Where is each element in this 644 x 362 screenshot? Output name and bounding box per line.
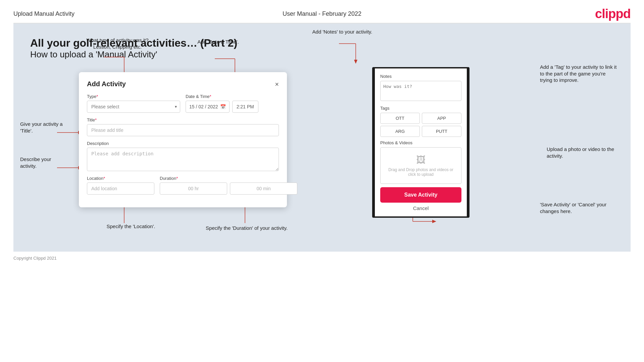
duration-hr-input[interactable] [160, 183, 227, 195]
main-content: All your golf-relevant activities… (Part… [13, 23, 631, 252]
annotation-notes: Add 'Notes' to your activity. [309, 29, 376, 35]
photo-upload-text: Drag and Drop photos and videos or click… [384, 167, 458, 177]
annotation-datetime: Add 'Date & Time'. [191, 39, 245, 45]
save-activity-button[interactable]: Save Activity [380, 187, 461, 203]
duration-min-input[interactable] [230, 183, 297, 195]
title-group: Title* [87, 117, 279, 136]
title-label: Title* [87, 117, 279, 122]
type-select-wrapper: Please select ▾ [87, 101, 180, 113]
annotation-location: Specify the 'Location'. [97, 223, 164, 230]
location-group: Location* [87, 176, 154, 195]
svg-marker-16 [354, 60, 357, 64]
annotation-duration: Specify the 'Duration' of your activity. [205, 225, 289, 231]
tag-ott[interactable]: OTT [380, 113, 420, 124]
calendar-icon: 📅 [220, 104, 226, 109]
type-select[interactable]: Please select [87, 101, 180, 113]
annotation-photo: Upload a photo or video to the activity. [547, 146, 621, 159]
description-label: Description [87, 141, 279, 146]
cancel-link[interactable]: Cancel [380, 205, 461, 211]
page-subtitle-left: Upload Manual Activity [13, 10, 75, 17]
time-input[interactable]: 2:21 PM [232, 101, 258, 113]
tag-putt[interactable]: PUTT [422, 126, 461, 137]
location-label: Location* [87, 176, 154, 181]
svg-marker-25 [432, 220, 436, 223]
phone-panel: Notes Tags OTT APP ARG PUTT Photos & Vid… [372, 67, 469, 218]
photo-icon: 🖼 [384, 154, 458, 165]
location-input[interactable] [87, 183, 154, 195]
modal-close-button[interactable]: × [275, 81, 279, 88]
tags-section-label: Tags [380, 106, 461, 111]
add-activity-modal: Add Activity × Type* Please select ▾ Dat… [79, 72, 287, 207]
description-group: Description [87, 141, 279, 171]
tag-app[interactable]: APP [422, 113, 461, 124]
datetime-label: Date & Time* [186, 94, 279, 99]
annotation-description: Describe your activity. [20, 156, 64, 169]
datetime-group: Date & Time* 15 / 02 / 2022 📅 2:21 PM [186, 94, 279, 113]
annotation-type: What type of activity was it? Lesson, Ch… [84, 37, 151, 50]
logo: clippd [595, 7, 631, 21]
notes-section-label: Notes [380, 74, 461, 79]
type-label: Type* [87, 94, 180, 99]
tag-arg[interactable]: ARG [380, 126, 420, 137]
tags-grid: OTT APP ARG PUTT [380, 113, 461, 137]
duration-label: Duration* [160, 176, 297, 181]
footer: Copyright Clippd 2021 [0, 252, 644, 265]
heading-normal: How to upload a 'Manual Activity' [30, 49, 614, 60]
location-duration-row: Location* Duration* [87, 176, 279, 195]
title-input[interactable] [87, 124, 279, 136]
photos-section-label: Photos & Videos [380, 140, 461, 145]
date-input[interactable]: 15 / 02 / 2022 📅 [186, 101, 230, 113]
type-datetime-row: Type* Please select ▾ Date & Time* 15 / … [87, 94, 279, 113]
description-row: Description [87, 141, 279, 171]
photo-upload-area[interactable]: 🖼 Drag and Drop photos and videos or cli… [380, 147, 461, 184]
page-subtitle-center: User Manual - February 2022 [283, 10, 361, 17]
title-row: Title* [87, 117, 279, 136]
annotation-title: Give your activity a 'Title'. [20, 121, 64, 134]
notes-textarea[interactable] [380, 81, 461, 101]
duration-group: Duration* [160, 176, 297, 195]
copyright-text: Copyright Clippd 2021 [13, 256, 57, 261]
annotation-tag: Add a 'Tag' to your activity to link it … [540, 64, 617, 84]
modal-title: Add Activity [87, 80, 126, 88]
type-group: Type* Please select ▾ [87, 94, 180, 113]
modal-header: Add Activity × [87, 80, 279, 88]
annotation-save: 'Save Activity' or 'Cancel' your changes… [540, 201, 621, 214]
description-textarea[interactable] [87, 148, 279, 171]
